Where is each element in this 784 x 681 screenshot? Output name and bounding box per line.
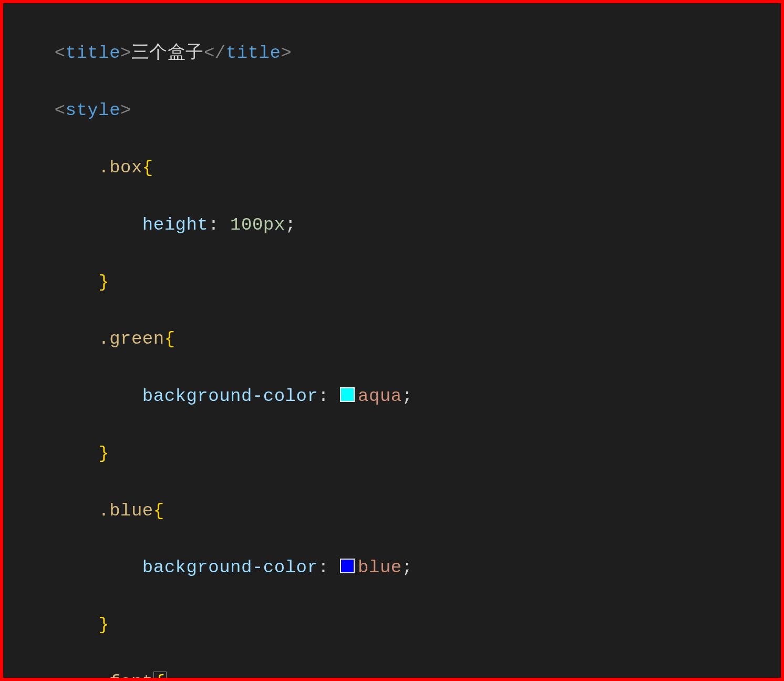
code-line[interactable]: } xyxy=(6,611,778,639)
angle-bracket: > xyxy=(281,43,292,63)
brace-close: } xyxy=(98,443,109,463)
value-blue: blue xyxy=(358,558,402,577)
selector-font: .font xyxy=(98,672,153,681)
code-editor[interactable]: <title>三个盒子</title> <style> .box{ height… xyxy=(0,0,784,681)
semicolon: ; xyxy=(402,386,413,406)
prop-bg: background-color xyxy=(142,558,318,577)
prop-bg: background-color xyxy=(142,386,318,406)
selector-box: .box xyxy=(98,158,142,178)
angle-bracket: > xyxy=(120,100,131,120)
brace-open: { xyxy=(164,329,176,349)
brace-close: } xyxy=(98,272,109,292)
angle-bracket: > xyxy=(120,43,131,63)
tag-style: style xyxy=(66,100,121,120)
prop-height: height xyxy=(142,215,208,235)
color-swatch-aqua-icon[interactable] xyxy=(340,387,355,402)
code-line[interactable]: background-color: aqua; xyxy=(6,382,778,410)
title-text: 三个盒子 xyxy=(131,43,204,63)
color-swatch-blue-icon[interactable] xyxy=(340,559,355,573)
semicolon: ; xyxy=(285,215,296,235)
brace-close: } xyxy=(98,615,109,635)
tag-title-close: title xyxy=(226,43,281,63)
code-line[interactable]: } xyxy=(6,268,778,296)
selector-green: .green xyxy=(98,329,164,349)
semicolon: ; xyxy=(402,558,413,577)
tag-title: title xyxy=(66,43,121,63)
angle-bracket: < xyxy=(55,43,66,63)
brace-open: { xyxy=(153,501,164,521)
code-line[interactable]: <style> xyxy=(6,96,778,125)
code-line[interactable]: height: 100px; xyxy=(6,211,778,239)
code-line[interactable]: background-color: blue; xyxy=(6,553,778,582)
code-line[interactable]: } xyxy=(6,439,778,468)
value-100px: 100px xyxy=(230,215,285,235)
brace-open-matched: { xyxy=(153,672,167,681)
value-aqua: aqua xyxy=(358,386,402,406)
angle-bracket: </ xyxy=(204,43,226,63)
angle-bracket: < xyxy=(55,100,66,120)
brace-open: { xyxy=(142,158,153,178)
code-line[interactable]: <title>三个盒子</title> xyxy=(6,39,778,67)
colon: : xyxy=(208,215,219,235)
code-line[interactable]: .font{ xyxy=(6,668,778,681)
code-line[interactable]: .green{ xyxy=(6,325,778,353)
colon: : xyxy=(318,386,329,406)
selector-blue: .blue xyxy=(98,501,153,521)
code-line[interactable]: .blue{ xyxy=(6,497,778,525)
colon: : xyxy=(318,558,329,577)
code-line[interactable]: .box{ xyxy=(6,153,778,182)
